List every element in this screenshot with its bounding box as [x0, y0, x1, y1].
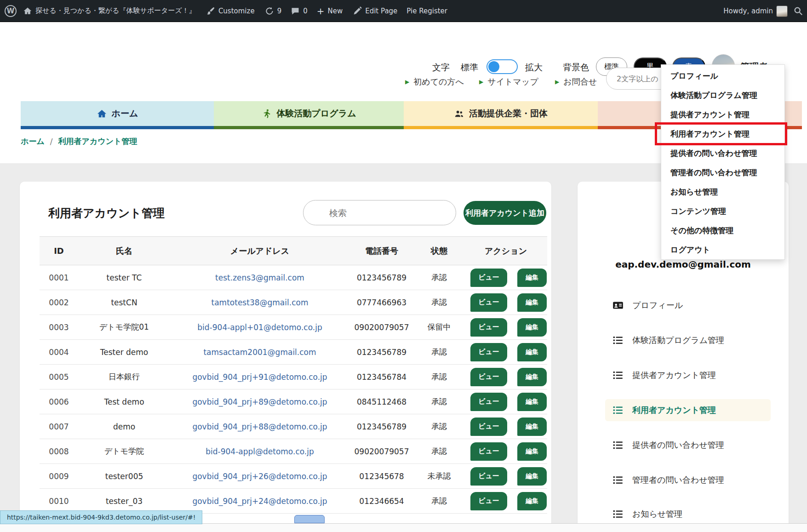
- house-icon: [97, 109, 107, 119]
- edit-button[interactable]: 編集: [517, 293, 547, 312]
- cell-name: testCN: [78, 298, 170, 307]
- view-button[interactable]: ビュー: [470, 368, 507, 386]
- status-url: https://taiken-mext.bid-904-9kd3.detomo.…: [7, 514, 195, 521]
- tab-provider-companies[interactable]: 活動提供企業・団体: [404, 101, 598, 129]
- view-button[interactable]: ビュー: [470, 492, 507, 510]
- dropdown-item-program-management[interactable]: 体験活動プログラム管理: [661, 86, 784, 105]
- cell-status: 保留中: [414, 322, 464, 332]
- tab-label: 体験活動プログラム: [276, 108, 356, 120]
- pie-register-link[interactable]: Pie Register: [406, 7, 447, 15]
- view-button[interactable]: ビュー: [470, 269, 507, 287]
- edit-button[interactable]: 編集: [517, 343, 547, 361]
- view-button[interactable]: ビュー: [470, 318, 507, 337]
- edit-button[interactable]: 編集: [517, 318, 547, 337]
- dropdown-item-provider-inquiries[interactable]: 提供者の問い合わせ管理: [661, 143, 784, 163]
- col-header-email: メールアドレス: [170, 246, 349, 257]
- cell-email[interactable]: govbid_904_prj+89@detomo.co.jp: [170, 397, 349, 406]
- view-button[interactable]: ビュー: [470, 442, 507, 461]
- cell-phone: 0123456784: [349, 372, 414, 382]
- edit-button[interactable]: 編集: [517, 467, 547, 486]
- new-content-link[interactable]: + New: [317, 6, 343, 16]
- site-name: 探せる・見つかる・繋がる『体験サポーターズ！』: [35, 6, 196, 15]
- edit-page-label: Edit Page: [365, 7, 397, 15]
- cell-email[interactable]: tamsactam2001@gmail.com: [170, 348, 349, 357]
- edit-button[interactable]: 編集: [517, 269, 547, 287]
- table-search-input[interactable]: [303, 200, 456, 225]
- sidebar-item-label: プロフィール: [632, 300, 683, 311]
- new-label: New: [327, 7, 343, 15]
- admin-search-icon[interactable]: [793, 6, 803, 16]
- view-button[interactable]: ビュー: [470, 293, 507, 312]
- edit-button[interactable]: 編集: [517, 442, 547, 461]
- customize-link[interactable]: Customize: [206, 6, 255, 16]
- sidebar-item-label: 提供者の問い合わせ管理: [632, 440, 724, 451]
- sidebar-item-admin-inquiries[interactable]: 管理者の問い合わせ管理: [605, 469, 771, 491]
- tab-experience-programs[interactable]: 体験活動プログラム: [214, 101, 404, 129]
- dropdown-item-admin-inquiries[interactable]: 管理者の問い合わせ管理: [661, 163, 784, 182]
- cell-email[interactable]: test.zens3@gmail.com: [170, 273, 349, 282]
- edit-button[interactable]: 編集: [517, 418, 547, 436]
- dropdown-item-provider-accounts[interactable]: 提供者アカウント管理: [661, 105, 784, 124]
- table-row: 0002 testCN tamtotest38@gmail.com 077746…: [40, 290, 547, 315]
- util-link-sitemap[interactable]: ▶ サイトマップ: [479, 76, 538, 87]
- cell-email[interactable]: bid-904-appl@detomo.co.jp: [170, 447, 349, 456]
- sidebar-item-label: お知らせ管理: [632, 509, 682, 520]
- view-button[interactable]: ビュー: [470, 393, 507, 411]
- customize-label: Customize: [218, 7, 255, 15]
- wp-logo-menu[interactable]: W: [0, 5, 17, 17]
- view-button[interactable]: ビュー: [470, 418, 507, 436]
- cell-name: デトモ学院01: [78, 322, 170, 332]
- font-size-toggle[interactable]: [486, 59, 518, 74]
- id-card-icon: [612, 299, 624, 311]
- cell-id: 0007: [40, 422, 78, 431]
- table-header-row: ID 氏名 メールアドレス 電話番号 状態 アクション: [40, 236, 547, 265]
- site-name-link[interactable]: 探せる・見つかる・繋がる『体験サポーターズ！』: [23, 6, 196, 16]
- cell-id: 0002: [40, 298, 78, 307]
- sidebar-item-provider-accounts[interactable]: 提供者アカウント管理: [605, 364, 771, 386]
- util-link-beginners[interactable]: ▶ 初めての方へ: [405, 76, 464, 87]
- sidebar-item-announcements[interactable]: お知らせ管理: [605, 503, 771, 525]
- cell-email[interactable]: govbid_904_prj+91@detomo.co.jp: [170, 372, 349, 382]
- cell-email[interactable]: govbid_904_prj+88@detomo.co.jp: [170, 422, 349, 431]
- accessibility-toolbar: 文字 標準 拡大 背景色 標準 黒 青 管理者: [0, 22, 807, 64]
- table-row: 0004 Tester demo tamsactam2001@gmail.com…: [40, 340, 547, 365]
- cell-status: 承認: [414, 297, 464, 308]
- cell-email[interactable]: govbid_904_prj+24@detomo.co.jp: [170, 497, 349, 506]
- cell-email[interactable]: bid-904-appl+01@detomo.co.jp: [170, 323, 349, 332]
- util-link-contact[interactable]: ▶ お問合せ: [555, 76, 597, 87]
- cell-email[interactable]: tamtotest38@gmail.com: [170, 298, 349, 307]
- updates-link[interactable]: 9: [265, 6, 282, 16]
- comments-link[interactable]: 0: [291, 6, 308, 16]
- edit-page-link[interactable]: Edit Page: [353, 6, 397, 16]
- edit-button[interactable]: 編集: [517, 492, 547, 510]
- cell-email[interactable]: govbid_904_prj+26@detomo.co.jp: [170, 472, 349, 481]
- view-button[interactable]: ビュー: [470, 467, 507, 486]
- sidebar-item-profile[interactable]: プロフィール: [605, 294, 771, 316]
- viewport-bottom-strip: [0, 523, 807, 532]
- breadcrumb-home-link[interactable]: ホーム: [21, 136, 45, 147]
- my-account-link[interactable]: Howdy, admin: [723, 6, 788, 17]
- edit-button[interactable]: 編集: [517, 368, 547, 386]
- dropdown-item-announcements[interactable]: お知らせ管理: [661, 182, 784, 201]
- sidebar-item-program-management[interactable]: 体験活動プログラム管理: [605, 329, 771, 351]
- view-button[interactable]: ビュー: [470, 343, 507, 361]
- user-table: ID 氏名 メールアドレス 電話番号 状態 アクション 0001 tester …: [40, 236, 547, 514]
- tab-home[interactable]: ホーム: [21, 101, 214, 129]
- howdy-label: Howdy, admin: [723, 7, 773, 15]
- home-icon: [23, 6, 32, 16]
- add-user-button[interactable]: 利用者アカウント追加: [464, 201, 546, 225]
- list-icon: [612, 334, 624, 346]
- runner-icon: [261, 109, 272, 119]
- updates-count: 9: [277, 7, 282, 15]
- cell-phone: 012346654: [349, 497, 414, 506]
- dropdown-item-other-features[interactable]: その他の特徴管理: [661, 221, 784, 240]
- dropdown-item-user-accounts[interactable]: 利用者アカウント管理: [661, 124, 784, 143]
- sidebar-item-user-accounts[interactable]: 利用者アカウント管理: [605, 399, 771, 421]
- dropdown-item-content-management[interactable]: コンテンツ管理: [661, 201, 784, 221]
- dropdown-item-logout[interactable]: ログアウト: [661, 240, 784, 259]
- edit-button[interactable]: 編集: [517, 393, 547, 411]
- wp-admin-bar: W 探せる・見つかる・繋がる『体験サポーターズ！』 Customize 9 0: [0, 0, 807, 22]
- dropdown-item-profile[interactable]: プロフィール: [661, 66, 784, 86]
- sidebar-item-provider-inquiries[interactable]: 提供者の問い合わせ管理: [605, 434, 771, 456]
- triangle-bullet-icon: ▶: [405, 79, 409, 85]
